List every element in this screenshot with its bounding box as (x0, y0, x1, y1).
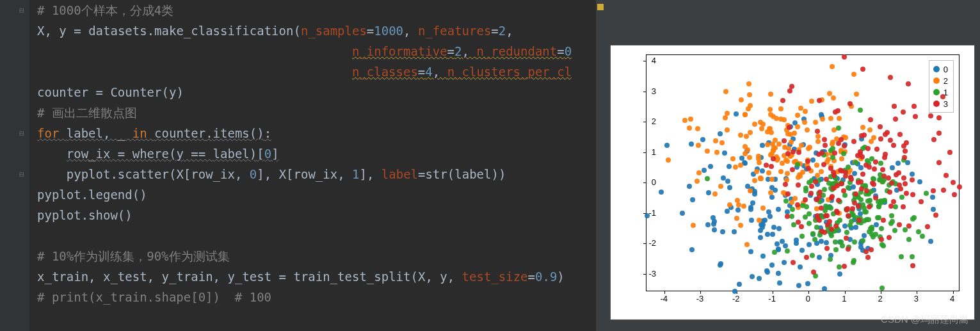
fold-icon[interactable]: ⊟ (18, 6, 26, 14)
scatter-point (795, 202, 800, 207)
code-line[interactable]: # 10%作为训练集，90%作为测试集 (32, 246, 605, 266)
scatter-point (828, 257, 833, 262)
scatter-point (739, 97, 744, 102)
scatter-point (842, 264, 847, 269)
scatter-point (860, 67, 865, 72)
scatter-point (808, 191, 814, 196)
scatter-point (739, 156, 744, 161)
warning-marker[interactable] (597, 4, 604, 10)
code-editor[interactable]: ⊟⊟⊟ # 1000个样本，分成4类X, y = datasets.make_c… (0, 0, 605, 331)
scatter-point (776, 226, 782, 231)
scatter-point (759, 126, 764, 131)
scatter-point (822, 286, 827, 291)
scatter-point (952, 192, 957, 197)
code-line[interactable]: n_informative=2, n_redundant=0 (32, 41, 605, 61)
scatter-point (869, 225, 874, 230)
scatter-point (772, 250, 777, 255)
scatter-point (813, 120, 818, 125)
scatter-point (878, 124, 883, 129)
scatter-point (680, 211, 685, 216)
code-line[interactable]: row_ix = where(y == label)[0] (32, 143, 605, 164)
scatter-point (901, 204, 906, 209)
scatter-point (732, 229, 737, 234)
scatter-point (840, 243, 845, 248)
scatter-point (837, 116, 842, 121)
scatter-point (737, 282, 742, 287)
x-tick-label: -2 (732, 294, 740, 303)
scatter-point (804, 204, 809, 209)
scatter-point (712, 191, 718, 197)
scatter-point (785, 248, 790, 254)
scatter-point (792, 196, 798, 201)
code-line[interactable]: x_train, x_test, y_train, y_test = train… (32, 266, 605, 287)
scatter-point (869, 247, 874, 252)
scatter-point (888, 75, 893, 80)
chart-legend: 0 2 1 3 (929, 60, 954, 113)
scatter-point (852, 239, 857, 245)
y-tick-label: 4 (652, 56, 656, 65)
code-line[interactable]: # 1000个样本，分成4类 (32, 0, 605, 20)
scatter-point (727, 185, 732, 190)
code-line[interactable]: X, y = datasets.make_classification(n_sa… (32, 20, 605, 41)
scatter-point (750, 274, 755, 279)
scatter-point (734, 216, 739, 221)
scatter-point (733, 165, 738, 170)
scatter-point (791, 149, 796, 154)
scatter-point (924, 191, 929, 196)
code-line[interactable]: for label, _ in counter.items(): (32, 123, 605, 143)
scatter-point (659, 190, 664, 195)
code-line[interactable]: # print(x_train.shape[0]) # 100 (32, 287, 605, 307)
scatter-point (878, 161, 883, 166)
scatter-point (864, 163, 869, 168)
scatter-point (910, 254, 915, 259)
scrollbar[interactable] (596, 0, 605, 331)
scatter-point (718, 262, 723, 268)
scatter-point (904, 140, 909, 145)
code-line[interactable]: pyplot.show() (32, 205, 605, 225)
scatter-point (718, 131, 723, 136)
code-line[interactable]: pyplot.legend() (32, 184, 605, 205)
scatter-point (854, 92, 859, 97)
x-tick-label: -4 (660, 294, 668, 303)
scatter-point (756, 154, 761, 159)
scatter-point (928, 113, 933, 118)
code-area[interactable]: # 1000个样本，分成4类X, y = datasets.make_class… (32, 0, 605, 307)
scatter-point (851, 184, 856, 190)
scatter-point (814, 163, 819, 168)
scatter-point (796, 182, 801, 188)
editor-gutter: ⊟⊟⊟ (0, 0, 29, 331)
code-line[interactable]: counter = Counter(y) (32, 82, 605, 102)
scatter-point (782, 117, 787, 122)
scatter-point (738, 223, 743, 228)
scatter-point (706, 190, 711, 195)
code-line[interactable]: n_classes=4, n_clusters_per_cl (32, 61, 605, 82)
y-tick-label: -1 (648, 207, 656, 217)
legend-swatch-0 (933, 66, 940, 72)
scatter-point (725, 179, 730, 184)
scatter-point (760, 143, 765, 148)
scatter-point (897, 132, 903, 137)
scatter-point (830, 64, 835, 69)
scatter-point (738, 133, 743, 138)
scatter-point (842, 54, 847, 60)
code-line[interactable]: # 画出二维散点图 (32, 102, 605, 123)
scatter-point (883, 132, 888, 137)
scatter-point (747, 155, 752, 160)
scatter-point (903, 227, 908, 232)
scatter-point (767, 107, 773, 112)
scatter-point (901, 109, 906, 115)
code-line[interactable] (32, 225, 605, 246)
scatter-point (828, 206, 833, 211)
scatter-point (917, 179, 922, 184)
scatter-point (799, 248, 805, 253)
scatter-point (883, 152, 888, 157)
fold-icon[interactable]: ⊟ (18, 129, 26, 137)
code-line[interactable]: pyplot.scatter(X[row_ix, 0], X[row_ix, 1… (32, 164, 605, 184)
x-tick-label: 3 (914, 294, 919, 303)
scatter-point (910, 263, 915, 268)
fold-icon[interactable]: ⊟ (18, 170, 26, 178)
scatter-point (871, 182, 876, 187)
scatter-point (803, 109, 808, 114)
scatter-point (844, 230, 849, 235)
scatter-point (874, 147, 880, 152)
